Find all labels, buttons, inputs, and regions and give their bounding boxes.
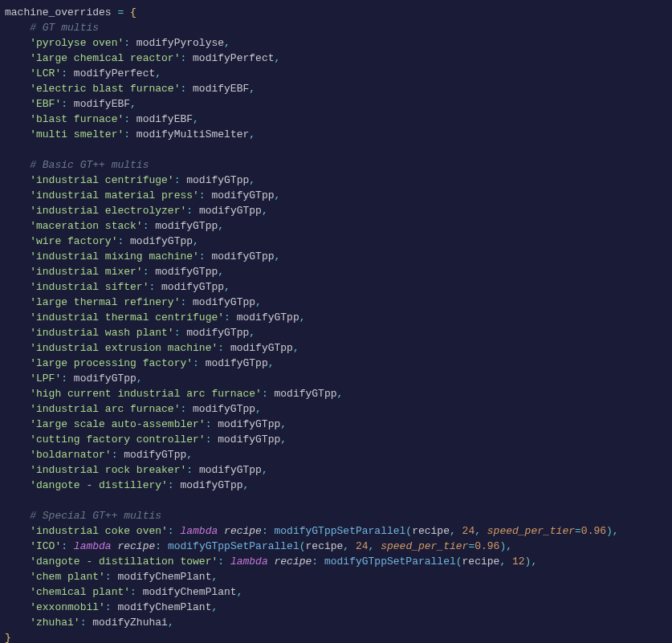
- code-token: 'boldarnator': [30, 449, 111, 461]
- code-token: (: [456, 556, 462, 568]
- code-token: ,: [155, 67, 161, 79]
- code-token: 'industrial centrifuge': [30, 174, 173, 186]
- code-token: (: [299, 540, 306, 552]
- code-token: :: [180, 52, 193, 64]
- code-token: modifyGTpp: [186, 174, 249, 186]
- code-token: modifyGTppSetParallel: [324, 556, 456, 568]
- code-token: ,: [499, 556, 512, 568]
- code-token: ,: [613, 525, 619, 537]
- code-token: modifyGTppSetParallel: [275, 525, 406, 537]
- code-token: ,: [168, 617, 174, 629]
- code-token: :: [186, 205, 199, 217]
- code-token: modifyEBF: [136, 113, 193, 125]
- code-token: (: [405, 525, 412, 537]
- code-token: modifyGTpp: [199, 464, 262, 476]
- code-token: :: [186, 464, 199, 476]
- code-token: modifyGTpp: [230, 342, 293, 354]
- code-token: modifyGTpp: [193, 403, 255, 415]
- code-token: ,: [218, 220, 224, 232]
- code-token: ,: [262, 464, 268, 476]
- code-token: :: [61, 372, 74, 385]
- code-token: :: [174, 174, 187, 186]
- code-token: ,: [280, 418, 287, 430]
- code-token: 'cutting factory controller': [30, 433, 205, 446]
- code-token: 'industrial extrusion machine': [30, 342, 218, 354]
- code-token: 0.96: [581, 525, 606, 537]
- code-token: ,: [274, 189, 280, 201]
- code-token: recipe: [117, 540, 155, 552]
- code-token: :: [155, 540, 168, 552]
- code-token: ,: [274, 250, 280, 262]
- code-token: ,: [249, 83, 255, 95]
- code-token: modifyEBF: [193, 83, 249, 95]
- code-token: :: [105, 571, 118, 583]
- code-token: 'large scale auto-assembler': [30, 418, 205, 430]
- code-token: 'industrial sifter': [30, 281, 149, 293]
- code-token: 'dangote - distillation tower': [30, 556, 218, 568]
- code-token: ,: [136, 372, 143, 385]
- code-token: :: [262, 525, 275, 537]
- code-token: modifyGTpp: [211, 250, 274, 262]
- code-token: :: [112, 449, 124, 461]
- code-token: machine_overrides: [5, 6, 112, 18]
- code-token: 'electric blast furnace': [30, 83, 180, 95]
- code-token: ,: [218, 266, 224, 278]
- code-token: ,: [343, 540, 356, 552]
- code-token: :: [130, 586, 143, 598]
- code-token: modifyGTpp: [218, 418, 280, 430]
- code-token: {: [130, 6, 136, 18]
- code-token: recipe: [412, 525, 450, 537]
- code-token: }: [5, 632, 11, 643]
- code-token: :: [61, 98, 74, 110]
- code-token: :: [180, 83, 193, 95]
- code-token: 'ICO': [30, 540, 61, 552]
- code-token: ,: [268, 357, 275, 369]
- code-token: ): [606, 525, 613, 537]
- code-token: modifyPerfect: [74, 67, 155, 79]
- code-token: ,: [506, 540, 512, 552]
- code-token: ,: [186, 449, 193, 461]
- code-token: lambda: [74, 540, 112, 552]
- code-token: modifyGTpp: [155, 266, 218, 278]
- code-token: 'industrial wash plant': [30, 327, 173, 339]
- code-token: 'LCR': [30, 67, 61, 79]
- code-token: 'large processing factory': [30, 357, 193, 369]
- code-token: :: [124, 37, 136, 49]
- code-token: modifyGTpp: [211, 189, 274, 201]
- code-token: modifyGTpp: [274, 388, 336, 400]
- code-token: 'exxonmobil': [30, 601, 105, 613]
- code-token: ,: [280, 433, 287, 446]
- code-token: 'wire factory': [30, 235, 117, 247]
- code-token: 'industrial arc furnace': [30, 403, 180, 415]
- code-token: modifyPerfect: [193, 52, 274, 64]
- code-token: :: [61, 67, 74, 79]
- code-token: :: [199, 189, 212, 201]
- code-token: ,: [474, 525, 487, 537]
- code-token: :: [143, 220, 156, 232]
- code-token: 'EBF': [30, 98, 61, 110]
- code-token: modifyChemPlant: [117, 571, 211, 583]
- code-token: lambda: [180, 525, 218, 537]
- code-token: 'industrial coke oven': [30, 525, 168, 537]
- code-token: 'large chemical reactor': [30, 52, 180, 64]
- code-token: :: [224, 311, 237, 324]
- code-token: 'industrial mixing machine': [30, 250, 199, 262]
- code-token: ,: [369, 540, 381, 552]
- code-token: :: [180, 296, 193, 308]
- code-token: ,: [249, 128, 255, 140]
- code-token: # GT multis: [30, 22, 99, 34]
- code-token: modifyGTpp: [180, 479, 242, 491]
- code-token: :: [143, 266, 156, 278]
- code-token: modifyMultiSmelter: [136, 128, 249, 140]
- code-token: :: [199, 250, 212, 262]
- code-token: ,: [193, 113, 199, 125]
- code-token: recipe: [224, 525, 262, 537]
- code-token: ,: [211, 601, 218, 613]
- code-token: :: [312, 556, 324, 568]
- code-token: modifyGTpp: [130, 235, 193, 247]
- code-token: # Special GT++ multis: [30, 510, 161, 522]
- code-token: ,: [450, 525, 462, 537]
- code-token: 24: [356, 540, 369, 552]
- code-token: modifyGTppSetParallel: [168, 540, 299, 552]
- code-token: ,: [255, 403, 262, 415]
